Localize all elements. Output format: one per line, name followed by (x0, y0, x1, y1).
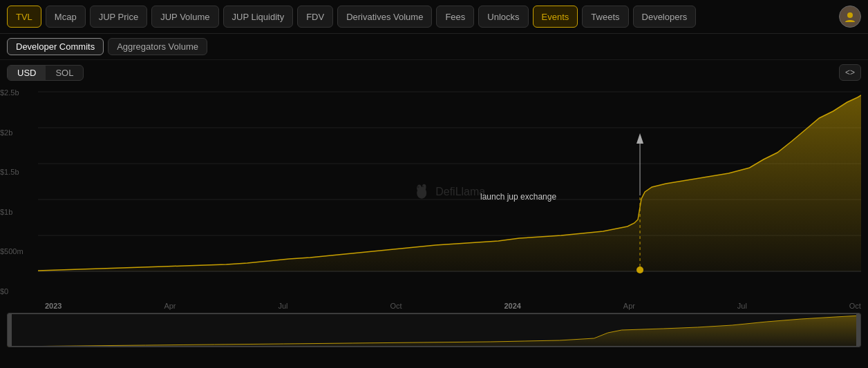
defi-llama-watermark: DefiLlama (412, 182, 485, 202)
y-label-5: $0 (0, 287, 38, 296)
event-arrow (636, 133, 643, 144)
top-navigation: TVL Mcap JUP Price JUP Volume JUP Liquid… (0, 0, 868, 34)
avatar-icon (843, 10, 857, 23)
range-handle[interactable] (8, 313, 860, 347)
subnav-dev-commits[interactable]: Developer Commits (7, 38, 104, 55)
currency-sol[interactable]: SOL (46, 66, 83, 80)
range-right-handle[interactable] (856, 313, 860, 347)
x-label-oct1: Oct (390, 302, 402, 310)
subnav-agg-volume[interactable]: Aggregators Volume (108, 38, 207, 55)
svg-point-8 (417, 185, 422, 192)
x-label-2023: 2023 (45, 302, 62, 310)
avatar[interactable] (839, 6, 861, 28)
y-label-4: $500m (0, 247, 38, 255)
x-label-2024: 2024 (504, 302, 520, 310)
svg-point-11 (422, 186, 424, 187)
x-label-jul2: Jul (737, 302, 747, 310)
x-label-apr1: Apr (164, 302, 176, 310)
y-label-3: $1b (0, 208, 38, 216)
nav-tweets[interactable]: Tweets (582, 6, 628, 28)
nav-tvl[interactable]: TVL (7, 6, 41, 28)
nav-developers[interactable]: Developers (633, 6, 697, 28)
range-left-handle[interactable] (8, 313, 12, 347)
currency-usd[interactable]: USD (8, 66, 46, 80)
x-label-jul1: Jul (278, 302, 287, 310)
currency-group: USD SOL (7, 65, 84, 81)
nav-fees[interactable]: Fees (436, 6, 474, 28)
y-label-1: $2b (0, 128, 38, 137)
y-label-0: $2.5b (0, 88, 38, 97)
embed-button[interactable]: <> (839, 64, 861, 81)
nav-jup-price[interactable]: JUP Price (90, 6, 148, 28)
chart-area: $2.5b $2b $1.5b $1b $500m $0 (0, 85, 868, 299)
y-axis: $2.5b $2b $1.5b $1b $500m $0 (0, 85, 38, 299)
x-label-apr2: Apr (623, 302, 635, 310)
currency-row: USD SOL <> (0, 60, 868, 85)
embed-icon: <> (845, 68, 855, 77)
y-label-2: $1.5b (0, 168, 38, 176)
x-axis: 2023 Apr Jul Oct 2024 Apr Jul Oct (0, 299, 868, 313)
nav-jup-volume[interactable]: JUP Volume (151, 6, 218, 28)
svg-point-0 (847, 12, 853, 18)
nav-deriv-vol[interactable]: Derivatives Volume (337, 6, 432, 28)
llama-icon (412, 182, 431, 202)
svg-point-10 (417, 186, 419, 188)
nav-fdv[interactable]: FDV (297, 6, 333, 28)
nav-jup-liquidity[interactable]: JUP Liquidity (223, 6, 294, 28)
nav-events[interactable]: Events (533, 6, 578, 28)
sub-navigation: Developer Commits Aggregators Volume (0, 34, 868, 60)
nav-mcap[interactable]: Mcap (46, 6, 86, 28)
nav-unlocks[interactable]: Unlocks (478, 6, 528, 28)
range-selector[interactable] (7, 313, 861, 347)
watermark-text: DefiLlama (435, 186, 485, 198)
x-label-oct2: Oct (849, 302, 861, 310)
event-dot (636, 267, 643, 273)
